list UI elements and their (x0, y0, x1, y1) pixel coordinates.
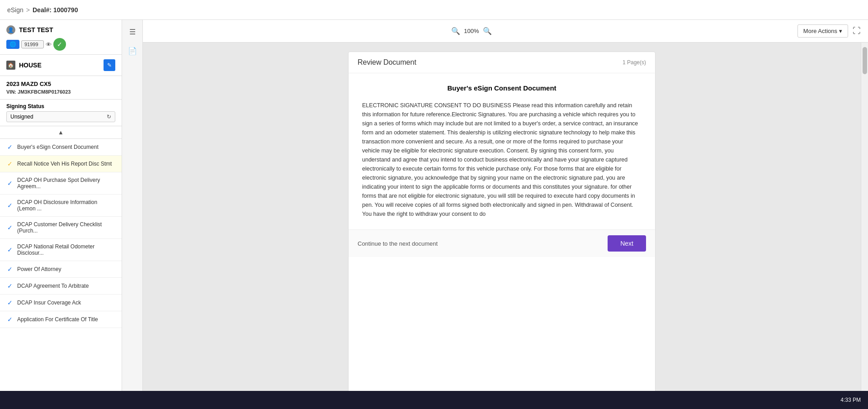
signing-status-dropdown[interactable]: Unsigned ↻ (6, 111, 115, 122)
user-name: TEST TEST (19, 26, 53, 33)
globe-button[interactable]: 🌐 (6, 40, 19, 49)
zoom-in-button[interactable]: 🔍 (483, 27, 492, 35)
signing-status-section: Signing Status Unsigned ↻ (0, 100, 122, 126)
signing-status-label: Signing Status (6, 103, 115, 109)
doc-list-item[interactable]: ✓Buyer's eSign Consent Document (0, 139, 122, 156)
sidebar: 👤 TEST TEST 🌐 91999 👁 ✓ 🏠 HOUSE ✎ 2023 M… (0, 20, 122, 409)
doc-footer: Continue to the next document Next (349, 229, 655, 257)
doc-list-item[interactable]: ✓DCAP OH Purchase Spot Delivery Agreem..… (0, 172, 122, 195)
continue-text: Continue to the next document (358, 240, 438, 247)
more-actions-label: More Actions (803, 28, 837, 34)
doc-body-text: ELECTRONIC SIGNATURE CONSENT TO DO BUSIN… (362, 101, 642, 219)
doc-item-label: Buyer's eSign Consent Document (17, 144, 99, 150)
doc-list-item[interactable]: ✓Recall Notice Veh His Report Disc Stmt (0, 156, 122, 172)
main-layout: 👤 TEST TEST 🌐 91999 👁 ✓ 🏠 HOUSE ✎ 2023 M… (0, 20, 868, 409)
doc-viewer: Review Document 1 Page(s) Buyer's eSign … (143, 43, 861, 409)
edit-house-button[interactable]: ✎ (104, 59, 115, 71)
eye-button[interactable]: 👁 (46, 41, 52, 48)
doc-item-label: DCAP Agreement To Arbitrate (17, 283, 89, 289)
breadcrumb-separator: > (26, 6, 30, 14)
doc-item-label: DCAP National Retail Odometer Disclosur.… (17, 243, 115, 256)
doc-list-item[interactable]: ✓DCAP Insur Coverage Ack (0, 295, 122, 311)
signing-status-value: Unsigned (10, 114, 33, 120)
doc-item-label: Power Of Attorney (17, 266, 61, 272)
doc-list-item[interactable]: ✓DCAP OH Disclosure Information (Lemon .… (0, 195, 122, 217)
doc-pages: 1 Page(s) (623, 59, 646, 66)
doc-body: Buyer's eSign Consent Document ELECTRONI… (349, 73, 655, 229)
house-name: HOUSE (19, 62, 42, 69)
toolbar: 🔍 100% 🔍 More Actions ▾ ⛶ (143, 20, 868, 43)
vin-label: VIN: (6, 89, 16, 95)
taskbar-time: 4:33 PM (840, 397, 861, 403)
zoom-out-button[interactable]: 🔍 (451, 27, 460, 35)
doc-item-label: DCAP Insur Coverage Ack (17, 300, 81, 306)
doc-list-item[interactable]: ✓Application For Certificate Of Title (0, 311, 122, 328)
document-icon-button[interactable]: 📄 (125, 43, 140, 58)
doc-item-label: DCAP OH Disclosure Information (Lemon ..… (17, 199, 115, 212)
doc-check-icon: ✓ (6, 299, 14, 306)
doc-main-title: Buyer's eSign Consent Document (362, 84, 642, 92)
more-actions-button[interactable]: More Actions ▾ (797, 24, 848, 38)
doc-check-icon: ✓ (6, 266, 14, 273)
collapse-button[interactable]: ▲ (0, 126, 122, 139)
doc-list-item[interactable]: ✓DCAP Customer Delivery Checklist (Purch… (0, 217, 122, 239)
doc-check-icon: ✓ (6, 224, 14, 231)
doc-check-icon: ✓ (6, 143, 14, 151)
house-left: 🏠 HOUSE (6, 61, 42, 70)
zoom-value: 100% (464, 28, 479, 34)
taskbar: 4:33 PM (0, 391, 868, 409)
doc-item-label: DCAP Customer Delivery Checklist (Purch.… (17, 221, 115, 234)
document-list: ✓Buyer's eSign Consent Document✓Recall N… (0, 139, 122, 409)
confirm-button[interactable]: ✓ (53, 38, 66, 51)
user-code-button[interactable]: 91999 (21, 40, 44, 48)
refresh-icon[interactable]: ↻ (107, 114, 111, 120)
breadcrumb-app[interactable]: eSign (7, 6, 24, 14)
next-button[interactable]: Next (608, 235, 646, 252)
doc-card-header: Review Document 1 Page(s) (349, 52, 655, 73)
breadcrumb-deal: Deal#: 1000790 (33, 6, 78, 14)
menu-icon-button[interactable]: ☰ (125, 24, 140, 39)
doc-item-label: Recall Notice Veh His Report Disc Stmt (17, 161, 112, 167)
collapse-icon: ▲ (58, 129, 64, 136)
vin-value: JM3KFBCM8P0176023 (18, 89, 71, 95)
sidebar-house-section: 🏠 HOUSE ✎ (0, 55, 122, 76)
doc-card: Review Document 1 Page(s) Buyer's eSign … (348, 52, 656, 400)
sidebar-user-section: 👤 TEST TEST 🌐 91999 👁 ✓ (0, 20, 122, 55)
doc-list-item[interactable]: ✓DCAP National Retail Odometer Disclosur… (0, 239, 122, 261)
doc-check-icon: ✓ (6, 180, 14, 187)
icon-panel: ☰ 📄 (122, 20, 143, 409)
doc-check-icon: ✓ (6, 160, 14, 167)
right-scrollbar[interactable] (861, 43, 868, 409)
doc-check-icon: ✓ (6, 316, 14, 323)
vehicle-vin: VIN: JM3KFBCM8P0176023 (6, 89, 115, 95)
doc-item-label: Application For Certificate Of Title (17, 316, 98, 323)
viewer-wrap: Review Document 1 Page(s) Buyer's eSign … (143, 43, 868, 409)
zoom-section: 🔍 100% 🔍 (451, 27, 491, 35)
doc-check-icon: ✓ (6, 202, 14, 209)
main-content: 🔍 100% 🔍 More Actions ▾ ⛶ Review Documen… (143, 20, 868, 409)
doc-check-icon: ✓ (6, 282, 14, 290)
house-icon: 🏠 (6, 61, 15, 70)
expand-button[interactable]: ⛶ (853, 26, 861, 36)
doc-list-item[interactable]: ✓Power Of Attorney (0, 261, 122, 278)
breadcrumb-bar: eSign > Deal#: 1000790 (0, 0, 868, 20)
scrollbar-thumb (863, 47, 867, 74)
user-avatar-icon: 👤 (6, 25, 15, 34)
doc-list-item[interactable]: ✓DCAP Agreement To Arbitrate (0, 278, 122, 295)
sidebar-vehicle-section: 2023 MAZD CX5 VIN: JM3KFBCM8P0176023 (0, 76, 122, 100)
doc-item-label: DCAP OH Purchase Spot Delivery Agreem... (17, 177, 115, 190)
doc-check-icon: ✓ (6, 246, 14, 253)
vehicle-model: 2023 MAZD CX5 (6, 81, 115, 87)
doc-card-title: Review Document (358, 58, 416, 67)
more-actions-dropdown-icon: ▾ (839, 28, 842, 34)
